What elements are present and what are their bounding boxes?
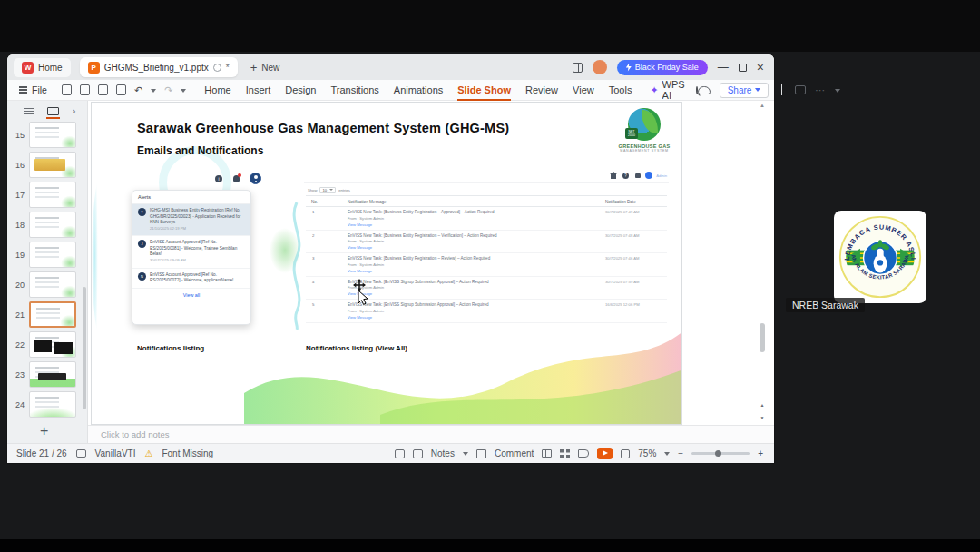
slide-thumbnail-24[interactable]: 24 — [7, 389, 87, 419]
menu-home[interactable]: Home — [204, 84, 230, 95]
file-menu-button[interactable]: File — [7, 84, 56, 95]
handout-icon[interactable] — [413, 449, 423, 458]
thumbnail-preview[interactable] — [29, 122, 76, 148]
scroll-up-icon[interactable]: ▲ — [760, 103, 765, 108]
thumbnail-preview[interactable] — [29, 391, 76, 418]
spellcheck-icon[interactable] — [395, 449, 405, 458]
menu-slide-show[interactable]: Slide Show — [457, 84, 511, 95]
account-avatar[interactable] — [593, 60, 607, 74]
thumbnail-number: 18 — [7, 221, 29, 230]
alert-item[interactable]: T[GHG-MS] Business Entity Registration [… — [132, 204, 250, 236]
canvas-scrollbar[interactable]: ▲ ▲ ▼ — [758, 103, 767, 423]
reading-view-icon[interactable] — [578, 449, 589, 458]
outline-view-icon[interactable] — [24, 108, 34, 115]
theme-icon[interactable] — [76, 449, 86, 458]
thumbnail-preview[interactable] — [29, 212, 76, 238]
tab-document[interactable]: P GHGMS_Briefing_v1.pptx * — [80, 57, 238, 77]
thumbnail-preview[interactable] — [29, 331, 76, 358]
comment-label[interactable]: Comment — [495, 448, 534, 458]
new-tab-button[interactable]: + New — [250, 62, 280, 74]
menu-tools[interactable]: Tools — [609, 84, 632, 95]
slide-thumbnail-20[interactable]: 20 — [7, 270, 87, 300]
page-size-select[interactable]: 10 — [319, 187, 336, 193]
slide-thumbnail-18[interactable]: 18 — [7, 210, 87, 240]
zoom-in-button[interactable]: + — [758, 448, 763, 458]
view-all-link[interactable]: View all — [132, 289, 250, 301]
alert-item[interactable]: NEnVISS Account Approved [Ref No. ES/202… — [132, 269, 250, 289]
previous-slide-button[interactable]: ▲ — [758, 399, 767, 410]
zoom-out-button[interactable]: − — [678, 448, 683, 458]
slide-thumbnail-22[interactable]: 22 — [7, 330, 87, 360]
alert-item[interactable]: JEnVISS Account Approved [Ref No. ES/202… — [132, 236, 250, 268]
comment-icon[interactable] — [476, 449, 486, 458]
notes-area[interactable]: Click to add notes — [88, 425, 774, 443]
panel-expand-icon[interactable]: › — [73, 106, 75, 116]
undo-icon[interactable]: ↶ — [134, 84, 142, 96]
print-preview-icon[interactable] — [116, 84, 126, 95]
view-message-link[interactable]: View Message — [348, 245, 372, 250]
close-button[interactable]: × — [757, 61, 764, 74]
panel-scrollbar[interactable] — [83, 287, 86, 409]
slide-subtitle: Emails and Notifications — [137, 144, 263, 157]
slide-21[interactable]: Sarawak Greenhouse Gas Management System… — [91, 102, 682, 425]
menu-review[interactable]: Review — [525, 84, 558, 95]
slide-thumbnail-16[interactable]: 16 — [7, 150, 87, 180]
promo-button[interactable]: Black Friday Sale — [617, 60, 708, 75]
zoom-slider[interactable] — [691, 452, 750, 455]
slide-sorter-icon[interactable] — [560, 449, 570, 458]
notes-dropdown-icon[interactable] — [463, 452, 468, 458]
menu-insert[interactable]: Insert — [246, 84, 271, 95]
save-icon[interactable] — [62, 84, 72, 95]
tab-home[interactable]: W Home — [14, 58, 71, 77]
view-message-link[interactable]: View Message — [348, 269, 372, 273]
scrollbar-thumb[interactable] — [760, 323, 765, 352]
thumbnail-preview[interactable] — [29, 361, 76, 388]
quickbar-dropdown-icon[interactable] — [181, 89, 186, 95]
fit-slide-icon[interactable] — [621, 449, 630, 458]
zoom-level[interactable]: 75% — [638, 448, 656, 458]
participant-video-tile[interactable]: LEMBAGA SUMBER ASLI DAN ALAM SEKITAR SAR… — [834, 211, 926, 303]
menu-design[interactable]: Design — [285, 84, 316, 95]
ribbon-display-icon[interactable] — [795, 85, 806, 94]
undo-dropdown-icon[interactable] — [151, 89, 156, 95]
view-message-link[interactable]: View Message — [348, 222, 372, 227]
redo-icon[interactable]: ↷ — [164, 84, 172, 96]
thumbnail-preview[interactable] — [29, 152, 76, 178]
notes-toggle[interactable]: Notes — [431, 448, 455, 458]
slide-thumbnail-21[interactable]: 21 — [7, 300, 87, 330]
thumbnail-preview[interactable] — [29, 182, 76, 208]
normal-view-icon[interactable] — [542, 449, 552, 458]
menu-animations[interactable]: Animations — [394, 84, 443, 95]
window-layout-icon[interactable] — [573, 63, 583, 73]
slide-thumbnail-15[interactable]: 15 — [7, 120, 87, 150]
cloud-sync-icon[interactable] — [698, 86, 710, 94]
window-titlebar: W Home P GHGMS_Briefing_v1.pptx * + New … — [7, 54, 774, 80]
restore-button[interactable] — [739, 64, 747, 72]
collapse-ribbon-icon[interactable] — [835, 89, 840, 95]
font-missing-label[interactable]: Font Missing — [162, 448, 213, 458]
menu-transitions[interactable]: Transitions — [330, 84, 378, 95]
zoom-slider-thumb[interactable] — [715, 450, 721, 457]
slide-thumbnail-17[interactable]: 17 — [7, 180, 87, 210]
export-pdf-icon[interactable] — [80, 84, 90, 95]
slides-view-icon[interactable] — [47, 107, 59, 115]
menu-view[interactable]: View — [573, 84, 594, 95]
slideshow-play-button[interactable] — [597, 448, 612, 459]
theme-name[interactable]: VanillaVTI — [95, 448, 136, 458]
next-slide-button[interactable]: ▼ — [758, 412, 767, 423]
thumbnail-preview[interactable] — [29, 301, 76, 328]
slide-thumbnail-23[interactable]: 23 — [7, 360, 87, 389]
thumbnail-preview[interactable] — [29, 271, 76, 298]
more-options-icon[interactable]: ⋯ — [815, 84, 826, 96]
add-slide-button[interactable]: + — [40, 423, 48, 439]
slide-thumbnail-19[interactable]: 19 — [7, 240, 87, 270]
thumbnail-preview[interactable] — [29, 242, 76, 268]
tab-preview-icon[interactable] — [213, 64, 221, 72]
view-message-link[interactable]: View Message — [348, 315, 372, 320]
share-button[interactable]: Share — [720, 83, 769, 98]
minimize-button[interactable]: — — [718, 62, 729, 73]
wps-ai-button[interactable]: ✦ WPS AI — [650, 79, 684, 101]
zoom-dropdown-icon[interactable] — [664, 452, 670, 458]
search-icon[interactable] — [696, 86, 698, 94]
print-icon[interactable] — [98, 84, 108, 95]
